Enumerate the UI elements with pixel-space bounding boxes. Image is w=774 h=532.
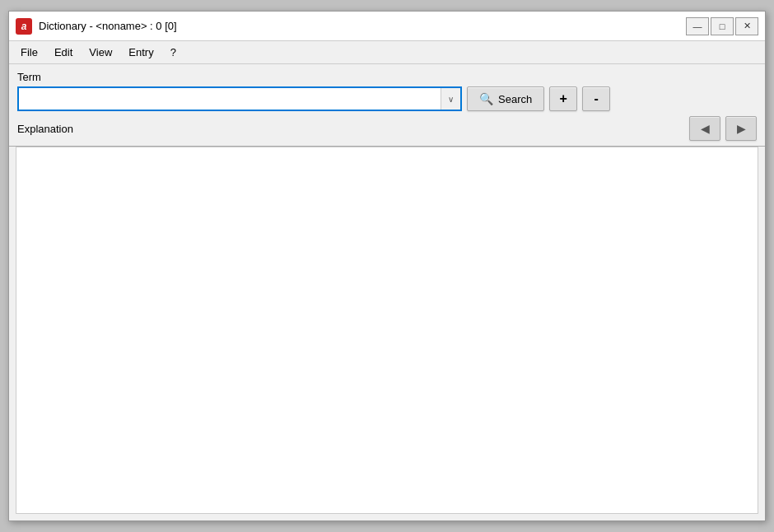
- term-label: Term: [17, 71, 757, 83]
- menu-view[interactable]: View: [82, 44, 119, 61]
- content-area: [16, 147, 758, 514]
- prev-button[interactable]: ◀: [689, 116, 720, 141]
- term-input[interactable]: [19, 88, 441, 110]
- title-bar: a Dictionary - <noname> : 0 [0] — □ ✕: [9, 12, 765, 41]
- menu-bar: File Edit View Entry ?: [9, 41, 765, 64]
- next-icon: ▶: [737, 122, 746, 135]
- app-icon: a: [16, 18, 32, 35]
- add-button[interactable]: +: [549, 86, 577, 111]
- term-row: ∨ 🔍 Search + -: [17, 86, 757, 111]
- dropdown-arrow-icon[interactable]: ∨: [441, 88, 460, 110]
- menu-file[interactable]: File: [14, 44, 44, 61]
- next-button[interactable]: ▶: [725, 116, 757, 141]
- menu-entry[interactable]: Entry: [122, 44, 160, 61]
- close-button[interactable]: ✕: [735, 17, 758, 35]
- menu-help[interactable]: ?: [164, 44, 183, 61]
- search-button[interactable]: 🔍 Search: [467, 86, 544, 111]
- toolbar-area: Term ∨ 🔍 Search + - Explanation ◀: [9, 64, 765, 146]
- remove-button[interactable]: -: [582, 86, 610, 111]
- menu-edit[interactable]: Edit: [48, 44, 79, 61]
- search-icon: 🔍: [479, 92, 493, 105]
- explanation-row: Explanation ◀ ▶: [17, 116, 757, 141]
- term-input-wrapper: ∨: [17, 86, 462, 111]
- explanation-label: Explanation: [17, 123, 100, 135]
- prev-icon: ◀: [701, 122, 710, 135]
- title-bar-left: a Dictionary - <noname> : 0 [0]: [16, 18, 177, 35]
- nav-buttons: ◀ ▶: [689, 116, 757, 141]
- app-window: a Dictionary - <noname> : 0 [0] — □ ✕ Fi…: [8, 11, 766, 521]
- window-title: Dictionary - <noname> : 0 [0]: [39, 20, 177, 32]
- minimize-button[interactable]: —: [686, 17, 709, 35]
- title-bar-controls: — □ ✕: [686, 17, 758, 35]
- maximize-button[interactable]: □: [711, 17, 734, 35]
- search-label: Search: [498, 93, 532, 105]
